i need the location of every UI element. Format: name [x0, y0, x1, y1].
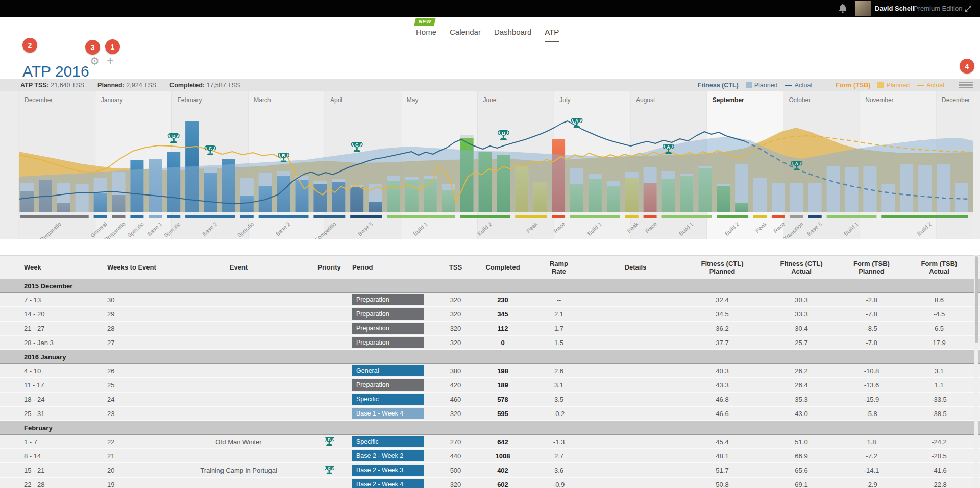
column-header-details[interactable]: Details [592, 263, 679, 271]
period-strip-8[interactable] [259, 215, 309, 218]
edition-label: Premium Edition [914, 5, 962, 12]
tss-cell: 440 [431, 452, 480, 460]
period-strip-7[interactable] [240, 215, 254, 218]
fitness-planned-cell: 45.4 [679, 438, 766, 446]
column-header-tss[interactable]: TSS [431, 263, 480, 271]
period-strip-4[interactable] [149, 215, 162, 218]
add-plan-button[interactable]: + [107, 54, 114, 68]
table-row-0-1[interactable]: 14 - 2029Preparation3203452.134.533.3-7.… [0, 307, 980, 322]
period-strip-16[interactable] [625, 215, 639, 218]
column-header-ramp[interactable]: RampRate [526, 260, 592, 275]
table-row-2-0[interactable]: 1 - 722Old Man WinterBSpecific270642-1.3… [0, 435, 980, 449]
column-header-fitness-ctl-[interactable]: Fitness (CTL)Planned [679, 260, 766, 275]
period-strip-0[interactable] [20, 215, 89, 218]
period-strip-12[interactable] [460, 215, 510, 218]
nav-item-home[interactable]: Home [416, 28, 436, 42]
table-row-0-2[interactable]: 21 - 2728Preparation3201121.736.230.4-8.… [0, 322, 980, 336]
avatar[interactable] [855, 1, 871, 16]
page-title: ATP 2016 [22, 63, 89, 80]
week-cell: 18 - 24 [19, 396, 107, 403]
table-row-2-1[interactable]: 8 - 1421Base 2 - Week 244010082.748.166.… [0, 449, 980, 463]
atp-chart[interactable]: DecemberJanuaryFebruaryMarchAprilMayJune… [0, 91, 980, 239]
fitness-planned-cell: 46.8 [679, 396, 766, 403]
period-strip-19[interactable] [717, 215, 748, 218]
ramp-rate-cell: -- [526, 296, 592, 304]
column-header-period[interactable]: Period [352, 263, 431, 271]
fitness-actual-cell: 30.3 [766, 296, 837, 304]
column-header-weeks-to-event[interactable]: Weeks to Event [107, 263, 171, 271]
tss-summary: ATP TSS: 21,640 TSS Planned: 2,924 TSS C… [0, 82, 240, 89]
fitness-planned-cell: 40.3 [679, 367, 766, 375]
main-nav: HomeCalendarDashboardATP [416, 28, 559, 42]
month-label-5: May [407, 96, 419, 104]
period-strip-22[interactable] [790, 215, 803, 218]
column-header-priority[interactable]: Priority [306, 263, 352, 271]
period-cell: Base 1 - Week 4 [352, 408, 431, 419]
ramp-rate-cell: -0.2 [526, 410, 592, 418]
period-strip-1[interactable] [94, 215, 107, 218]
column-header-week[interactable]: Week [19, 263, 107, 271]
period-badge: Preparation [352, 323, 424, 334]
chart-options-menu-icon[interactable] [959, 82, 973, 89]
period-strip-14[interactable] [552, 215, 565, 218]
table-row-1-2[interactable]: 18 - 2424Specific4605783.546.835.3-15.9-… [0, 393, 980, 407]
completed-tss-stat: Completed: 17,587 TSS [169, 82, 240, 89]
fitness-actual-cell: 30.4 [766, 325, 837, 332]
period-strip-18[interactable] [662, 215, 712, 218]
fitness-planned-cell: 36.2 [679, 325, 766, 332]
nav-item-dashboard[interactable]: Dashboard [494, 28, 531, 42]
table-row-2-2[interactable]: 15 - 2120Training Camp in PortugalCBase … [0, 463, 980, 478]
week-cell: 1 - 7 [19, 438, 107, 446]
form-actual-cell: -22.8 [906, 481, 972, 488]
form-actual-legend[interactable]: Actual [917, 82, 944, 89]
period-strip-11[interactable] [387, 215, 455, 218]
form-actual-cell: 17.9 [906, 339, 972, 347]
table-row-1-0[interactable]: 4 - 1026General3801982.640.326.2-10.83.1 [0, 364, 980, 378]
period-strip-20[interactable] [753, 215, 767, 218]
fitness-planned-cell: 50.8 [679, 481, 766, 488]
column-header-event[interactable]: Event [171, 263, 306, 271]
period-strip-9[interactable] [313, 215, 345, 218]
column-header-form-tsb-[interactable]: Form (TSB)Actual [906, 260, 972, 275]
period-strip-17[interactable] [644, 215, 657, 218]
week-cell: 7 - 13 [19, 296, 107, 304]
notifications-bell-icon[interactable] [837, 3, 848, 14]
fullscreen-expand-icon[interactable] [964, 4, 973, 13]
period-strip-5[interactable] [167, 215, 180, 218]
column-header-fitness-ctl-[interactable]: Fitness (CTL)Actual [766, 260, 837, 275]
form-actual-cell: -38.5 [906, 410, 972, 418]
period-strip-23[interactable] [808, 215, 822, 218]
column-header-form-tsb-[interactable]: Form (TSB)Planned [837, 260, 906, 275]
fitness-planned-legend[interactable]: Planned [746, 82, 778, 89]
period-strip-13[interactable] [515, 215, 547, 218]
period-strip-25[interactable] [881, 215, 968, 218]
period-cell: General [352, 365, 431, 376]
settings-gear-icon[interactable]: ⚙ [90, 55, 100, 67]
period-strip-21[interactable] [772, 215, 785, 218]
fitness-actual-legend[interactable]: Actual [785, 82, 813, 89]
table-row-1-3[interactable]: 25 - 3123Base 1 - Week 4320595-0.246.643… [0, 407, 980, 421]
table-row-0-3[interactable]: 28 - Jan 327Preparation32001.537.725.7-7… [0, 336, 980, 350]
table-row-1-1[interactable]: 11 - 1725Preparation4201893.143.326.4-13… [0, 378, 980, 393]
priority-trophy-B: B [325, 436, 334, 446]
fitness-planned-cell: 34.5 [679, 310, 766, 318]
form-planned-cell: -8.5 [837, 325, 906, 332]
event-cell: Training Camp in Portugal [171, 467, 306, 474]
period-strip-10[interactable] [350, 215, 382, 218]
weeks-to-event-cell: 28 [107, 325, 171, 332]
nav-item-calendar[interactable]: Calendar [450, 28, 481, 42]
period-strip-15[interactable] [570, 215, 620, 218]
table-row-2-3[interactable]: 22 - 2819Base 2 - Week 4320602-0.950.869… [0, 478, 980, 488]
table-row-0-0[interactable]: 7 - 1330Preparation320230--32.430.3-2.88… [0, 293, 980, 307]
period-strip-24[interactable] [827, 215, 877, 218]
period-badge: Base 2 - Week 2 [352, 450, 424, 461]
form-planned-legend[interactable]: Planned [877, 82, 910, 89]
month-label-12: December [942, 96, 970, 104]
period-strip-2[interactable] [112, 215, 126, 218]
period-strip-3[interactable] [130, 215, 143, 218]
nav-item-atp[interactable]: ATP [545, 28, 559, 42]
ramp-rate-cell: 1.7 [526, 325, 592, 332]
scrollbar-handle[interactable] [975, 256, 978, 343]
column-header-completed[interactable]: Completed [480, 263, 526, 271]
period-strip-6[interactable] [185, 215, 235, 218]
